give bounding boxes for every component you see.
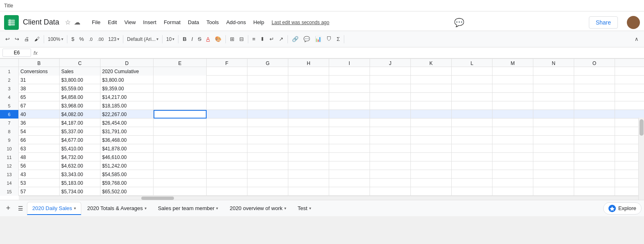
cell-n7[interactable] xyxy=(533,119,574,127)
add-sheet-button[interactable]: + xyxy=(2,203,14,214)
row-number[interactable]: 11 xyxy=(0,153,19,161)
cell-o7[interactable] xyxy=(574,119,615,127)
cell-d4[interactable]: $14,217.00 xyxy=(100,93,154,101)
cell-o11[interactable] xyxy=(574,153,615,161)
cell-c11[interactable]: $4,732.00 xyxy=(60,153,100,161)
cell-j10[interactable] xyxy=(370,144,411,153)
star-icon[interactable]: ☆ xyxy=(65,18,71,26)
cell-f11[interactable] xyxy=(207,153,247,161)
cell-f8[interactable] xyxy=(207,127,247,136)
cell-k10[interactable] xyxy=(411,144,452,153)
cell-o6[interactable] xyxy=(574,110,615,119)
cell-m8[interactable] xyxy=(492,127,533,136)
doc-title[interactable]: Client Data xyxy=(23,18,59,27)
cell-f14[interactable] xyxy=(207,179,247,187)
cell-i10[interactable] xyxy=(329,144,370,153)
cell-c6[interactable]: $4,082.00 xyxy=(60,110,100,119)
cell-n8[interactable] xyxy=(533,127,574,136)
cell-e8[interactable] xyxy=(154,127,207,136)
cell-i8[interactable] xyxy=(329,127,370,136)
cell-e4[interactable] xyxy=(154,93,207,101)
wrap-button[interactable]: ↵ xyxy=(267,35,276,43)
cell-f2[interactable] xyxy=(207,76,247,84)
link-button[interactable]: 🔗 xyxy=(290,35,301,43)
paint-format-button[interactable]: 🖌 xyxy=(32,35,42,43)
undo-button[interactable]: ↩ xyxy=(3,35,12,43)
cell-o5[interactable] xyxy=(574,101,615,110)
cell-h6[interactable] xyxy=(288,110,329,119)
cell-m4[interactable] xyxy=(492,93,533,101)
cell-k15[interactable] xyxy=(411,187,452,196)
cell-b6[interactable]: 40 xyxy=(19,110,60,119)
more-formats-dropdown[interactable]: 123 ▾ xyxy=(107,36,121,43)
cell-b8[interactable]: 54 xyxy=(19,127,60,136)
col-header-l[interactable]: L xyxy=(452,59,492,67)
cell-d1[interactable]: 2020 Cumulative xyxy=(100,67,154,76)
cell-c4[interactable]: $4,858.00 xyxy=(60,93,100,101)
cell-n3[interactable] xyxy=(533,84,574,93)
cell-i7[interactable] xyxy=(329,119,370,127)
cell-h2[interactable] xyxy=(288,76,329,84)
cell-b12[interactable]: 56 xyxy=(19,161,60,170)
cell-n15[interactable] xyxy=(533,187,574,196)
cell-m7[interactable] xyxy=(492,119,533,127)
row-number[interactable]: 13 xyxy=(0,170,19,179)
cell-g8[interactable] xyxy=(247,127,288,136)
row-number[interactable]: 7 xyxy=(0,119,19,127)
cell-i2[interactable] xyxy=(329,76,370,84)
cell-i3[interactable] xyxy=(329,84,370,93)
cell-d15[interactable]: $65,502.00 xyxy=(100,187,154,196)
cell-e6[interactable] xyxy=(154,110,207,119)
cell-j5[interactable] xyxy=(370,101,411,110)
cell-h9[interactable] xyxy=(288,136,329,144)
comment-button[interactable]: 💬 xyxy=(301,35,312,43)
cell-f3[interactable] xyxy=(207,84,247,93)
cell-c7[interactable]: $4,187.00 xyxy=(60,119,100,127)
cell-b4[interactable]: 65 xyxy=(19,93,60,101)
cell-j3[interactable] xyxy=(370,84,411,93)
cell-l1[interactable] xyxy=(452,67,492,76)
cell-k8[interactable] xyxy=(411,127,452,136)
cell-b9[interactable]: 66 xyxy=(19,136,60,144)
cell-b3[interactable]: 38 xyxy=(19,84,60,93)
row-number[interactable]: 1 xyxy=(0,67,19,76)
cell-g13[interactable] xyxy=(247,170,288,179)
decimal2-button[interactable]: .00 xyxy=(96,36,106,43)
chart-button[interactable]: 📊 xyxy=(313,35,323,43)
strikethrough-button[interactable]: S xyxy=(196,35,203,43)
cell-g12[interactable] xyxy=(247,161,288,170)
cell-d3[interactable]: $9,359.00 xyxy=(100,84,154,93)
cell-o10[interactable] xyxy=(574,144,615,153)
cell-e10[interactable] xyxy=(154,144,207,153)
cell-m10[interactable] xyxy=(492,144,533,153)
row-number[interactable]: 9 xyxy=(0,136,19,144)
cell-b5[interactable]: 67 xyxy=(19,101,60,110)
cell-h3[interactable] xyxy=(288,84,329,93)
cell-g1[interactable] xyxy=(247,67,288,76)
col-header-c[interactable]: C xyxy=(60,59,100,67)
tab-2020-totals-averages[interactable]: 2020 Totals & Averages ▾ xyxy=(82,202,152,215)
cell-n10[interactable] xyxy=(533,144,574,153)
cell-g3[interactable] xyxy=(247,84,288,93)
cell-h10[interactable] xyxy=(288,144,329,153)
formula-input[interactable] xyxy=(40,50,642,56)
cell-l9[interactable] xyxy=(452,136,492,144)
percent-button[interactable]: % xyxy=(77,35,86,43)
cell-i13[interactable] xyxy=(329,170,370,179)
cell-k2[interactable] xyxy=(411,76,452,84)
cell-g5[interactable] xyxy=(247,101,288,110)
cell-k11[interactable] xyxy=(411,153,452,161)
col-header-b[interactable]: B xyxy=(19,59,60,67)
cell-f7[interactable] xyxy=(207,119,247,127)
cell-o9[interactable] xyxy=(574,136,615,144)
cell-m14[interactable] xyxy=(492,179,533,187)
collapse-toolbar-button[interactable]: ∧ xyxy=(633,35,641,43)
cell-k6[interactable] xyxy=(411,110,452,119)
menu-tools[interactable]: Tools xyxy=(203,18,222,27)
cell-e3[interactable] xyxy=(154,84,207,93)
cell-l7[interactable] xyxy=(452,119,492,127)
cell-c1[interactable]: Sales xyxy=(60,67,100,76)
cell-l13[interactable] xyxy=(452,170,492,179)
cell-m1[interactable] xyxy=(492,67,533,76)
cell-i14[interactable] xyxy=(329,179,370,187)
